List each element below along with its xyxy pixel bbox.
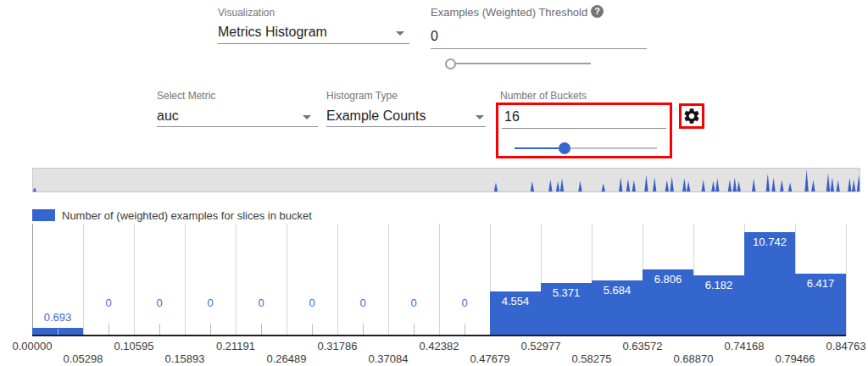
gridline xyxy=(388,224,389,336)
number-of-buckets-highlight: 16 xyxy=(496,103,672,158)
overview-spike xyxy=(632,180,636,192)
overview-spike xyxy=(826,173,830,191)
chevron-down-icon xyxy=(396,31,404,36)
number-of-buckets-underline xyxy=(502,128,666,129)
x-axis-tick-label: 0.10595 xyxy=(100,340,168,352)
legend-label: Number of (weighted) examples for slices… xyxy=(62,209,312,222)
bar-value-label: 4.554 xyxy=(490,295,541,308)
visualization-value: Metrics Histogram xyxy=(218,25,327,39)
zero-tick xyxy=(108,324,109,335)
x-axis-tick-label: 0.63572 xyxy=(609,340,676,352)
overview-spike xyxy=(494,182,498,191)
threshold-input[interactable]: 0 xyxy=(431,29,438,44)
gridline xyxy=(236,224,236,336)
overview-spike xyxy=(682,178,686,191)
buckets-slider-fill xyxy=(515,147,559,149)
overview-spike xyxy=(548,180,552,191)
overview-spike xyxy=(531,181,534,191)
x-axis-tick-label: 0.26489 xyxy=(253,352,320,365)
threshold-slider-track[interactable] xyxy=(445,63,591,64)
overview-spike xyxy=(602,184,605,191)
overview-spike xyxy=(653,177,656,191)
x-axis-tick-label: 0.42382 xyxy=(405,340,473,352)
x-axis-tick-label: 0.47679 xyxy=(456,352,524,365)
x-axis-tick-label: 0.79466 xyxy=(761,352,829,365)
x-axis-line xyxy=(32,335,846,336)
gridline xyxy=(846,224,847,336)
x-axis-tick-label: 0.31786 xyxy=(303,340,371,352)
gridline xyxy=(439,224,440,336)
overview-spike xyxy=(733,177,737,191)
x-axis-labels: 0.000000.052980.105950.158930.211910.264… xyxy=(32,340,868,366)
x-axis-tick-label: 0.00000 xyxy=(0,340,66,352)
overview-spike xyxy=(788,182,792,191)
settings-button[interactable] xyxy=(679,103,704,129)
histogram-type-dropdown[interactable]: Example Counts xyxy=(326,108,487,126)
number-of-buckets-label: Number of Buckets xyxy=(500,90,587,102)
overview-spike xyxy=(728,180,732,191)
slices-overview-strip[interactable] xyxy=(32,168,860,192)
buckets-slider-thumb[interactable] xyxy=(559,142,570,154)
x-axis-tick-label: 0.58275 xyxy=(558,352,626,365)
overview-spike xyxy=(33,187,36,191)
overview-spike xyxy=(644,175,648,191)
overview-spike xyxy=(780,180,783,191)
zero-tick xyxy=(210,324,211,335)
bucket-center-tick xyxy=(58,329,58,335)
bar-value-label: 10.742 xyxy=(744,236,795,248)
overview-spike xyxy=(665,180,669,192)
overview-spike xyxy=(852,180,855,191)
overview-spikes xyxy=(33,169,860,191)
x-axis-tick-label: 0.05298 xyxy=(49,352,117,365)
bar-value-label: 6.182 xyxy=(693,279,744,291)
overview-spike xyxy=(670,176,673,191)
threshold-label: Examples (Weighted) Threshold xyxy=(431,6,587,19)
overview-spike xyxy=(715,178,719,191)
help-icon[interactable]: ? xyxy=(591,5,604,18)
number-of-buckets-input[interactable]: 16 xyxy=(504,109,520,125)
metrics-histogram-panel: Visualization Metrics Histogram Examples… xyxy=(0,0,868,366)
histogram-type-underline xyxy=(326,126,486,127)
overview-spike xyxy=(560,178,564,191)
gridline xyxy=(287,224,287,336)
overview-spike xyxy=(556,181,559,191)
chevron-down-icon xyxy=(303,115,311,119)
gridline xyxy=(337,224,338,336)
zero-tick xyxy=(363,324,364,335)
settings-gear-icon xyxy=(682,107,701,125)
overview-spike xyxy=(836,180,839,192)
x-axis-tick-label: 0.15893 xyxy=(151,352,219,365)
overview-spike xyxy=(811,180,815,192)
x-axis-tick-label: 0.52977 xyxy=(507,340,575,352)
overview-spike xyxy=(702,180,705,191)
visualization-dropdown[interactable]: Metrics Histogram xyxy=(218,25,409,43)
overview-spike xyxy=(848,178,851,191)
overview-spike xyxy=(578,180,581,191)
overview-spike xyxy=(619,177,622,191)
select-metric-dropdown[interactable]: auc xyxy=(157,108,318,126)
visualization-label: Visualization xyxy=(218,7,275,19)
threshold-underline xyxy=(431,48,647,49)
x-axis-tick-label: 0.37084 xyxy=(354,352,422,365)
threshold-slider[interactable] xyxy=(445,58,591,69)
zero-tick xyxy=(414,324,415,335)
overview-spike xyxy=(857,175,860,191)
histogram-plot: 0.693000000004.5545.3715.6846.8066.18210… xyxy=(32,224,846,336)
bar-value-label: 0.693 xyxy=(24,311,92,324)
x-axis-tick-label: 0.74168 xyxy=(710,340,778,352)
threshold-slider-thumb[interactable] xyxy=(445,58,456,69)
gridline xyxy=(185,224,186,336)
overview-spike xyxy=(804,169,808,191)
select-metric-label: Select Metric xyxy=(157,90,215,102)
overview-spike xyxy=(687,181,690,191)
overview-spike xyxy=(831,177,834,191)
overview-spike xyxy=(752,179,755,191)
buckets-slider[interactable] xyxy=(515,142,657,154)
overview-spike xyxy=(626,179,630,191)
chevron-down-icon xyxy=(476,115,484,119)
bar-value-label: 6.806 xyxy=(643,273,693,286)
bar-value-label: 6.417 xyxy=(795,277,846,290)
overview-spike xyxy=(766,174,770,191)
bar-value-label: 5.684 xyxy=(592,284,643,297)
select-metric-underline xyxy=(157,126,318,127)
